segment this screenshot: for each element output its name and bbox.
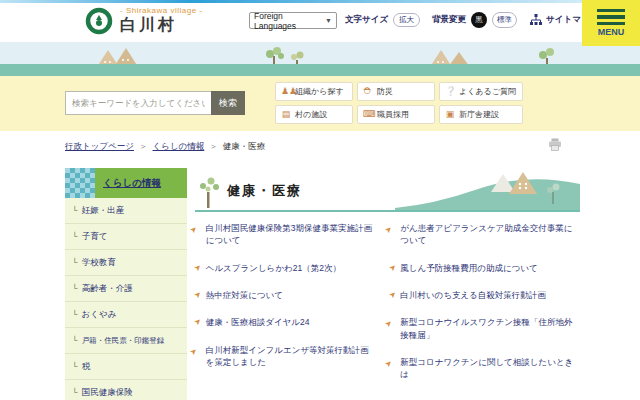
hamburger-icon	[597, 9, 625, 26]
id-badge-icon: ⌨	[363, 110, 373, 119]
print-button[interactable]	[548, 137, 562, 155]
article-link-label: 新型コロナワクチンに関して相談したいときは	[400, 356, 580, 381]
corner-arrow-icon: └	[72, 206, 78, 215]
link-column-left: ➤ 白川村国民健康保険第3期保健事業実施計画について ➤ ヘルスプランしらかわ2…	[195, 222, 376, 396]
sidebar-item-insurance[interactable]: └ 国民健康保険	[65, 380, 187, 400]
bg-change-label: 背景変更	[432, 14, 466, 26]
corner-arrow-icon: └	[72, 388, 78, 397]
checker-pattern-icon	[65, 168, 95, 198]
article-link-label: がん患者アピアランスケア助成金交付事業について	[400, 222, 580, 247]
arrow-bullet-icon: ➤	[192, 288, 205, 301]
building-icon: ▣	[445, 110, 455, 119]
foreign-languages-label: Foreign Languages	[254, 11, 325, 31]
article-link-label: 熱中症対策について	[206, 289, 283, 301]
article-link[interactable]: ➤ 白川村いのち支える自殺対策行動計画	[390, 289, 580, 301]
facility-icon: ▤	[281, 110, 291, 119]
org-people-icon: ♟♟	[281, 87, 291, 96]
village-crest-icon	[84, 6, 114, 36]
sidebar-item-label: 学校教育	[82, 257, 116, 269]
header: - Shirakawa village - 白川村 Foreign Langua…	[0, 3, 640, 42]
foreign-languages-select[interactable]: Foreign Languages ▼	[249, 12, 337, 29]
font-size-label: 文字サイズ	[345, 14, 388, 26]
quick-link-disaster[interactable]: ⛑ 防災	[357, 82, 435, 101]
article-link[interactable]: ➤ 新型コロナワクチンに関して相談したいときは	[390, 356, 580, 381]
arrow-bullet-icon: ➤	[386, 261, 399, 274]
sidebar-item-label: 妊娠・出産	[82, 205, 125, 217]
article-link-label: 風しん予防接種費用の助成について	[400, 262, 537, 274]
search-input[interactable]	[65, 91, 211, 115]
link-column-right: ➤ がん患者アピアランスケア助成金交付事業について ➤ 風しん予防接種費用の助成…	[390, 222, 580, 396]
question-icon: ❔	[445, 87, 455, 96]
breadcrumb-link-living[interactable]: くらしの情報	[153, 141, 205, 153]
menu-label: MENU	[598, 27, 625, 37]
article-link-label: 白川村国民健康保険第3期保健事業実施計画について	[206, 222, 376, 247]
quick-link-faq[interactable]: ❔ よくあるご質問	[439, 82, 523, 101]
corner-arrow-icon: └	[72, 284, 78, 293]
article-link[interactable]: ➤ 熱中症対策について	[195, 289, 376, 301]
quick-link-label: よくあるご質問	[459, 86, 516, 97]
corner-arrow-icon: └	[72, 336, 78, 345]
quick-link-label: 村の施設	[295, 109, 327, 120]
logo-subtitle: - Shirakawa village -	[120, 6, 203, 15]
font-enlarge-button[interactable]: 拡大	[393, 13, 420, 27]
breadcrumb-current: 健康・医療	[223, 141, 266, 153]
sidebar-item-label: 子育て	[82, 231, 108, 243]
sidebar-item-label: 税	[82, 361, 91, 373]
quick-link-label: 防災	[377, 86, 393, 97]
bg-black-button[interactable]: 黒	[471, 12, 487, 28]
article-link[interactable]: ➤ 新型コロナウイルスワクチン接種「住所地外接種届」	[390, 316, 580, 341]
page-title-banner: 健康・医療	[195, 168, 580, 212]
article-link[interactable]: ➤ 風しん予防接種費用の助成について	[390, 262, 580, 274]
article-link-label: 白川村新型インフルエンザ等対策行動計画を策定しました	[206, 344, 376, 369]
content-area: 行政トップページ ＞ くらしの情報 ＞ 健康・医療 くらしの情報 └ 妊娠・出産…	[0, 131, 640, 400]
corner-arrow-icon: └	[72, 362, 78, 371]
header-tools: 文字サイズ 拡大 背景変更 黒 標準 サイトマップ	[345, 12, 598, 28]
article-link-label: ヘルスプランしらかわ21（第2次）	[206, 262, 341, 274]
quick-link-label: 組織から探す	[295, 86, 344, 97]
article-link-label: 白川村いのち支える自殺対策行動計画	[400, 289, 546, 301]
sidebar-item-label: 国民健康保険	[82, 387, 133, 399]
quick-link-recruitment[interactable]: ⌨ 職員採用	[357, 105, 435, 124]
sidebar-item-tax[interactable]: └ 税	[65, 354, 187, 380]
article-link[interactable]: ➤ 健康・医療相談ダイヤル24	[195, 316, 376, 328]
article-link[interactable]: ➤ がん患者アピアランスケア助成金交付事業について	[390, 222, 580, 247]
quick-access-band: 検索 ♟♟ 組織から探す ⛑ 防災 ❔ よくあるご質問 ▤ 村の施設 ⌨ 職員採…	[0, 76, 640, 131]
breadcrumb-link-home[interactable]: 行政トップページ	[65, 141, 134, 153]
quick-link-label: 職員採用	[377, 109, 409, 120]
article-link[interactable]: ➤ ヘルスプランしらかわ21（第2次）	[195, 262, 376, 274]
sidebar-item-registry[interactable]: └ 戸籍・住民票・印鑑登録	[65, 328, 187, 354]
site-logo[interactable]: - Shirakawa village - 白川村	[84, 6, 203, 36]
sidebar-item-school[interactable]: └ 学校教育	[65, 250, 187, 276]
article-link-label: 健康・医療相談ダイヤル24	[206, 316, 310, 328]
breadcrumb: 行政トップページ ＞ くらしの情報 ＞ 健康・医療	[65, 141, 265, 153]
quick-link-facilities[interactable]: ▤ 村の施設	[275, 105, 353, 124]
breadcrumb-separator: ＞	[209, 141, 218, 153]
logo-title: 白川村	[120, 15, 203, 36]
chevron-down-icon: ▼	[325, 17, 332, 24]
quick-link-organization[interactable]: ♟♟ 組織から探す	[275, 82, 353, 101]
sidebar-item-label: おくやみ	[82, 309, 117, 321]
article-link[interactable]: ➤ 白川村新型インフルエンザ等対策行動計画を策定しました	[195, 344, 376, 369]
bg-standard-button[interactable]: 標準	[492, 12, 517, 28]
helmet-icon: ⛑	[363, 87, 373, 96]
page-title: 健康・医療	[227, 182, 302, 200]
quick-link-label: 新庁舎建設	[459, 109, 499, 120]
sidebar-item-label: 高齢者・介護	[82, 283, 133, 295]
search-button[interactable]: 検索	[211, 91, 245, 115]
corner-arrow-icon: └	[72, 310, 78, 319]
quick-link-new-building[interactable]: ▣ 新庁舎建設	[439, 105, 523, 124]
menu-button[interactable]: MENU	[582, 0, 640, 46]
quick-links: ♟♟ 組織から探す ⛑ 防災 ❔ よくあるご質問 ▤ 村の施設 ⌨ 職員採用 ▣…	[275, 82, 523, 124]
sidebar-item-childcare[interactable]: └ 子育て	[65, 224, 187, 250]
printer-icon	[548, 138, 562, 151]
sidebar-header[interactable]: くらしの情報	[65, 168, 187, 198]
link-list: ➤ 白川村国民健康保険第3期保健事業実施計画について ➤ ヘルスプランしらかわ2…	[195, 222, 580, 396]
sidebar-item-elderly[interactable]: └ 高齢者・介護	[65, 276, 187, 302]
sidebar-item-pregnancy[interactable]: └ 妊娠・出産	[65, 198, 187, 224]
sidebar-title: くらしの情報	[95, 168, 187, 198]
sidebar-item-condolence[interactable]: └ おくやみ	[65, 302, 187, 328]
article-link[interactable]: ➤ 白川村国民健康保険第3期保健事業実施計画について	[195, 222, 376, 247]
arrow-bullet-icon: ➤	[192, 261, 205, 274]
site-search: 検索	[65, 91, 245, 115]
arrow-bullet-icon: ➤	[192, 316, 205, 329]
